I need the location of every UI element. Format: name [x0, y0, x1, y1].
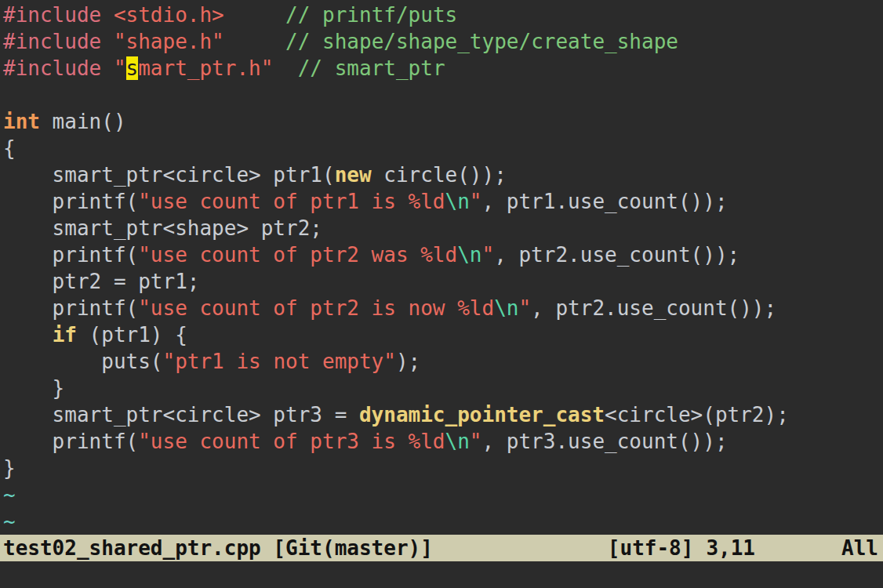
code-line — [3, 82, 883, 108]
code-segment: ); — [396, 350, 420, 373]
status-bar: test02_shared_ptr.cpp [Git(master)] [utf… — [0, 535, 883, 561]
code-segment: " — [470, 430, 482, 453]
code-segment: "ptr1 is not empty" — [163, 350, 396, 373]
code-line: printf("use count of ptr3 is %ld\n", ptr… — [3, 428, 883, 455]
code-line: ~ — [3, 508, 883, 535]
code-line: } — [3, 455, 883, 481]
code-segment: smart_ptr<circle> ptr1( — [3, 163, 335, 187]
code-segment: if — [53, 323, 77, 347]
status-file-label: test02_shared_ptr.cpp [Git(master)] — [3, 535, 433, 561]
code-segment: \n — [494, 296, 518, 320]
code-segment: smart_ptr<shape> ptr2; — [3, 216, 322, 240]
code-line: ~ — [3, 481, 883, 508]
code-segment: mart_ptr.h" — [138, 56, 273, 80]
code-segment: // smart_ptr — [298, 56, 445, 80]
command-line[interactable] — [0, 561, 883, 588]
code-segment: (ptr1) { — [77, 323, 187, 347]
code-segment — [224, 3, 285, 27]
code-segment: " — [114, 56, 126, 80]
code-segment: new — [335, 163, 372, 187]
code-segment: , ptr2.use_count()); — [531, 296, 776, 320]
status-ruler: [utf-8] 3,11 All — [608, 535, 878, 561]
editor-buffer[interactable]: #include <stdio.h> // printf/puts#includ… — [3, 2, 883, 535]
code-segment: <circle>(ptr2); — [605, 403, 789, 426]
code-segment: , ptr1.use_count()); — [482, 190, 728, 213]
code-segment: { — [3, 136, 16, 160]
code-segment: "use count of ptr1 is %ld — [138, 190, 445, 213]
code-segment: , ptr3.use_count()); — [482, 430, 728, 453]
code-segment: " — [518, 296, 531, 320]
code-segment: ptr2 = ptr1; — [3, 270, 199, 293]
code-segment — [3, 323, 53, 347]
status-encoding: [utf-8] — [608, 535, 694, 561]
code-line: printf("use count of ptr2 was %ld\n", pt… — [3, 241, 883, 268]
code-segment: #include — [3, 3, 101, 27]
code-segment: , ptr2.use_count()); — [494, 243, 739, 267]
code-segment: dynamic_pointer_cast — [359, 403, 605, 426]
code-line: printf("use count of ptr2 is now %ld\n",… — [3, 295, 883, 321]
code-segment: int — [3, 110, 40, 133]
code-line: smart_ptr<shape> ptr2; — [3, 215, 883, 241]
code-line: ptr2 = ptr1; — [3, 268, 883, 295]
code-segment: printf( — [3, 243, 138, 267]
code-line: if (ptr1) { — [3, 321, 883, 348]
code-segment: "use count of ptr2 was %ld — [138, 243, 457, 267]
code-segment: \n — [445, 190, 470, 213]
code-line: { — [3, 135, 883, 162]
status-scroll-position: All — [841, 535, 878, 561]
code-line: int main() — [3, 108, 883, 135]
code-segment: #include — [3, 56, 101, 80]
code-line: smart_ptr<circle> ptr1(new circle()); — [3, 162, 883, 188]
code-segment: ~ — [3, 510, 16, 533]
code-segment — [224, 30, 285, 53]
code-segment: ~ — [3, 483, 16, 506]
code-line: } — [3, 375, 883, 401]
code-segment: "shape.h" — [114, 30, 224, 53]
code-segment: puts( — [3, 350, 163, 373]
code-segment: " — [470, 190, 482, 213]
code-segment — [101, 3, 114, 27]
vim-terminal: #include <stdio.h> // printf/puts#includ… — [0, 0, 883, 588]
code-line: smart_ptr<circle> ptr3 = dynamic_pointer… — [3, 401, 883, 428]
code-line: puts("ptr1 is not empty"); — [3, 348, 883, 375]
block-cursor: s — [126, 56, 139, 80]
code-segment: } — [3, 376, 64, 400]
code-segment: smart_ptr<circle> ptr3 = — [3, 403, 359, 426]
code-line: printf("use count of ptr1 is %ld\n", ptr… — [3, 188, 883, 215]
code-line: #include "shape.h" // shape/shape_type/c… — [3, 28, 883, 55]
code-segment: printf( — [3, 296, 138, 320]
code-line: #include <stdio.h> // printf/puts — [3, 2, 883, 28]
code-segment: \n — [445, 430, 470, 453]
code-segment: <stdio.h> — [114, 3, 224, 27]
code-segment — [101, 56, 114, 80]
code-segment — [273, 56, 297, 80]
code-segment: circle()); — [372, 163, 507, 187]
code-segment — [101, 30, 114, 53]
code-segment: main() — [40, 110, 126, 133]
code-segment: "use count of ptr2 is now %ld — [138, 296, 494, 320]
code-segment: " — [482, 243, 495, 267]
code-segment: printf( — [3, 430, 138, 453]
code-segment: \n — [457, 243, 481, 267]
code-segment: } — [3, 456, 16, 480]
status-cursor-position: 3,11 — [706, 535, 755, 561]
code-segment: // printf/puts — [285, 3, 457, 27]
code-segment: printf( — [3, 190, 138, 213]
code-line: #include "smart_ptr.h" // smart_ptr — [3, 55, 883, 82]
code-segment: "use count of ptr3 is %ld — [138, 430, 445, 453]
code-segment: #include — [3, 30, 101, 53]
code-segment: // shape/shape_type/create_shape — [285, 30, 678, 53]
